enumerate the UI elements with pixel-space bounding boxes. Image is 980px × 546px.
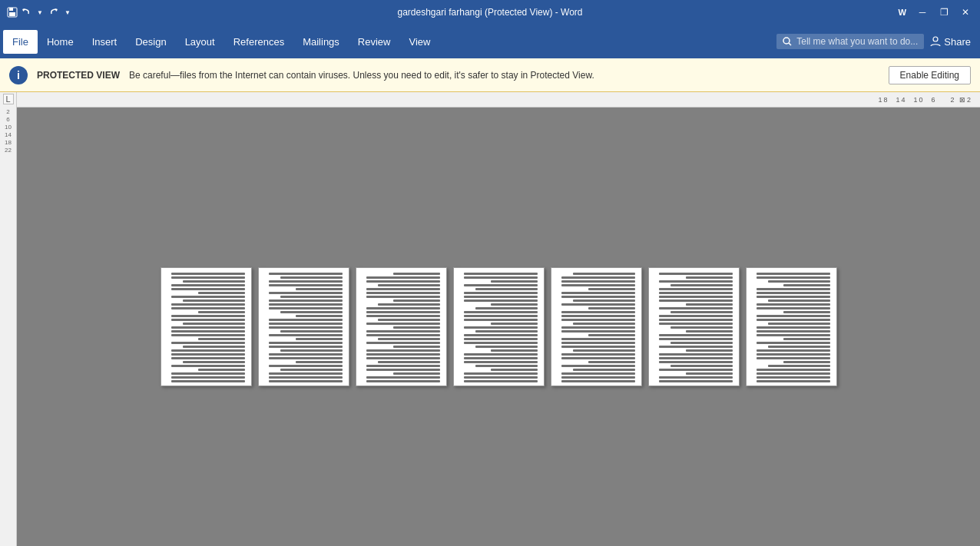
undo-dropdown-icon[interactable]: ▼ [34,6,46,18]
save-icon[interactable] [6,6,18,18]
page-content-7 [747,268,836,386]
main-area: L 2 6 10 14 18 22 18 14 10 6 2 ⊠2 [0,92,980,546]
page-thumbnail-3[interactable] [356,267,447,386]
customize-icon[interactable]: ▼ [61,6,74,18]
close-button[interactable]: ✕ [957,4,974,21]
tab-layout[interactable]: Layout [176,30,224,54]
undo-icon[interactable] [20,6,32,18]
svg-point-9 [933,37,938,41]
search-placeholder: Tell me what you want to do... [796,36,918,47]
document-area: 18 14 10 6 2 ⊠2 [17,92,980,546]
maximize-button[interactable]: ❐ [935,4,952,21]
document-title: gardeshgari farhangi (Protected View) - … [397,7,582,18]
share-button[interactable]: Share [924,33,977,51]
ruler-top: 18 14 10 6 2 ⊠2 [17,92,980,108]
protected-badge: PROTECTED VIEW [37,70,120,81]
protected-message: Be careful—files from the Internet can c… [129,70,879,81]
word-icon: W [897,6,909,18]
pages-row [161,267,837,386]
ruler-mark-14: 14 [5,132,12,138]
page-content-4 [454,268,544,386]
svg-text:W: W [899,8,907,17]
ruler-mark-2: 2 [6,109,9,115]
tab-design[interactable]: Design [126,30,175,54]
ruler-mark-10: 10 [5,124,12,131]
ruler-mark-22: 22 [5,147,12,154]
svg-rect-1 [9,8,13,11]
tab-mailings[interactable]: Mailings [293,30,349,54]
ruler-mark-6: 6 [6,117,9,123]
ribbon: File Home Insert Design Layout Reference… [0,25,980,58]
share-label: Share [944,36,971,48]
tab-review[interactable]: Review [349,30,400,54]
page-content-5 [551,268,641,386]
tab-home[interactable]: Home [38,30,83,54]
minimize-button[interactable]: ─ [914,4,931,21]
page-content-1 [161,268,251,386]
page-thumbnail-6[interactable] [648,267,740,386]
svg-rect-2 [9,12,15,16]
svg-point-7 [783,38,790,44]
tab-view[interactable]: View [399,30,439,54]
ruler-numbers: 18 14 10 6 2 ⊠2 [878,96,972,104]
protected-view-bar: i PROTECTED VIEW Be careful—files from t… [0,58,980,92]
page-thumbnail-2[interactable] [258,267,349,386]
page-thumbnail-7[interactable] [746,267,837,386]
enable-editing-button[interactable]: Enable Editing [889,66,971,84]
protected-info-icon: i [9,66,28,84]
search-box[interactable]: Tell me what you want to do... [776,34,924,49]
tab-file[interactable]: File [3,30,38,54]
ruler-left: L 2 6 10 14 18 22 [0,92,17,546]
pages-container [17,108,980,546]
page-content-3 [356,268,446,386]
tab-insert[interactable]: Insert [83,30,127,54]
page-content-2 [259,268,349,386]
title-bar: ▼ ▼ gardeshgari farhangi (Protected View… [0,0,980,25]
ruler-mark-18: 18 [5,140,12,146]
page-thumbnail-5[interactable] [551,267,642,386]
window-controls: W ─ ❐ ✕ [897,4,974,21]
page-thumbnail-4[interactable] [453,267,545,386]
tab-stop-marker[interactable]: L [3,94,14,104]
page-content-6 [649,268,739,386]
page-thumbnail-1[interactable] [161,267,252,386]
redo-icon[interactable] [48,6,60,18]
tab-references[interactable]: References [224,30,293,54]
quick-access-toolbar: ▼ ▼ [6,6,74,18]
svg-line-8 [789,43,791,45]
